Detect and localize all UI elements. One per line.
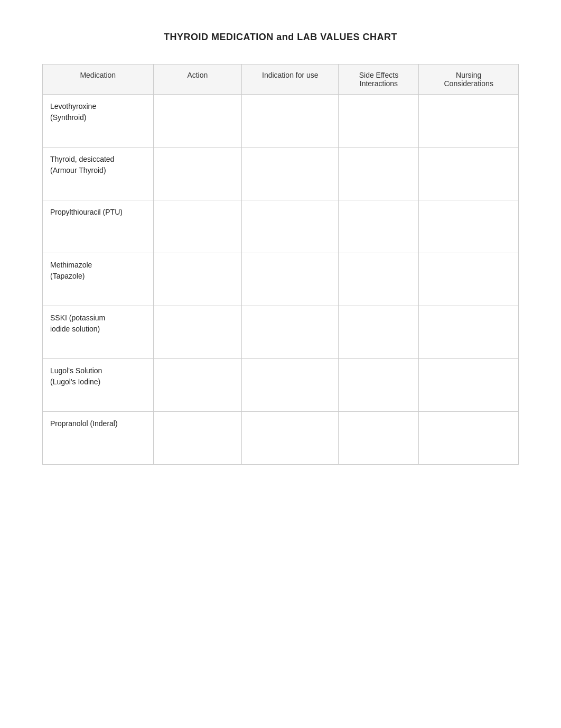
action-cell-2 [153,200,242,253]
header-side-effects: Side EffectsInteractions [339,64,419,95]
table-row: Propylthiouracil (PTU) [43,200,519,253]
page-title: THYROID MEDICATION and LAB VALUES CHART [42,32,519,43]
action-cell-5 [153,359,242,412]
medication-cell-5: Lugol's Solution (Lugol's Iodine) [43,359,154,412]
medication-cell-1: Thyroid, desiccated (Armour Thyroid) [43,148,154,200]
medication-name-0: Levothyroxine (Synthroid) [50,102,96,122]
action-cell-0 [153,95,242,148]
medication-cell-3: Methimazole (Tapazole) [43,253,154,306]
table-row: Methimazole (Tapazole) [43,253,519,306]
action-cell-6 [153,412,242,465]
action-cell-3 [153,253,242,306]
side_effects-cell-1 [339,148,419,200]
medication-name-1: Thyroid, desiccated (Armour Thyroid) [50,155,114,174]
indication-cell-1 [242,148,339,200]
table-header-row: Medication Action Indication for use Sid… [43,64,519,95]
nursing-cell-0 [419,95,519,148]
nursing-cell-1 [419,148,519,200]
medication-cell-4: SSKI (potassium iodide solution) [43,306,154,359]
table-row: SSKI (potassium iodide solution) [43,306,519,359]
medication-name-6: Propranolol (Inderal) [50,419,118,428]
header-medication: Medication [43,64,154,95]
nursing-cell-3 [419,253,519,306]
header-indication: Indication for use [242,64,339,95]
side_effects-cell-2 [339,200,419,253]
medication-name-3: Methimazole (Tapazole) [50,261,92,280]
table-row: Propranolol (Inderal) [43,412,519,465]
side_effects-cell-4 [339,306,419,359]
action-cell-1 [153,148,242,200]
side_effects-cell-5 [339,359,419,412]
nursing-cell-5 [419,359,519,412]
indication-cell-6 [242,412,339,465]
medication-cell-2: Propylthiouracil (PTU) [43,200,154,253]
table-row: Lugol's Solution (Lugol's Iodine) [43,359,519,412]
medication-name-2: Propylthiouracil (PTU) [50,208,123,216]
indication-cell-4 [242,306,339,359]
medication-name-4: SSKI (potassium iodide solution) [50,314,105,333]
indication-cell-3 [242,253,339,306]
header-nursing: NursingConsiderations [419,64,519,95]
side_effects-cell-0 [339,95,419,148]
action-cell-4 [153,306,242,359]
table-row: Thyroid, desiccated (Armour Thyroid) [43,148,519,200]
nursing-cell-2 [419,200,519,253]
indication-cell-5 [242,359,339,412]
indication-cell-2 [242,200,339,253]
header-action: Action [153,64,242,95]
medication-cell-0: Levothyroxine (Synthroid) [43,95,154,148]
nursing-cell-4 [419,306,519,359]
table-row: Levothyroxine (Synthroid) [43,95,519,148]
indication-cell-0 [242,95,339,148]
side_effects-cell-3 [339,253,419,306]
medication-cell-6: Propranolol (Inderal) [43,412,154,465]
side_effects-cell-6 [339,412,419,465]
medication-chart: Medication Action Indication for use Sid… [42,64,519,465]
medication-name-5: Lugol's Solution (Lugol's Iodine) [50,366,102,386]
nursing-cell-6 [419,412,519,465]
